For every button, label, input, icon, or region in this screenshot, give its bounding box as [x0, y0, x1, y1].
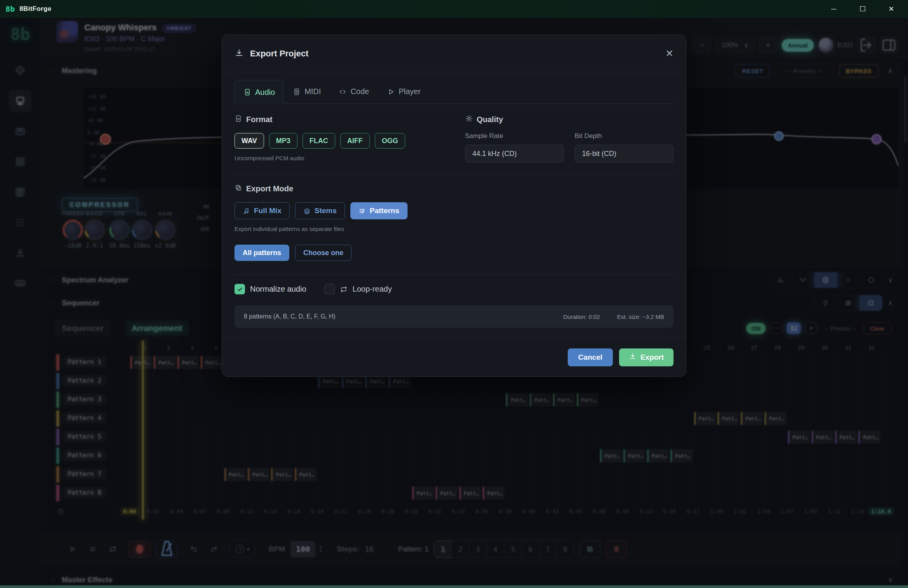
format-option-aiff[interactable]: AIFF: [340, 133, 370, 149]
layers-icon: [303, 207, 311, 215]
tab-label: Player: [399, 87, 421, 96]
file-audio-icon: [234, 115, 242, 124]
tab-label: Audio: [255, 88, 275, 97]
format-option-ogg[interactable]: OGG: [375, 133, 405, 149]
file-midi-icon: [293, 88, 301, 96]
scope-choose-one[interactable]: Choose one: [295, 245, 352, 261]
export-mode-patterns[interactable]: Patterns: [350, 202, 408, 219]
sliders-icon: [359, 207, 366, 215]
bottom-accent-strip: [0, 585, 908, 588]
mode-label: Patterns: [370, 206, 399, 215]
download-icon: [234, 48, 244, 59]
sample-rate-label: Sample Rate: [465, 132, 564, 140]
window-close-button[interactable]: ✕: [885, 5, 897, 13]
export-summary: 8 patterns (A, B, C, D, E, F, G, H) Dura…: [234, 305, 674, 328]
normalize-checkbox[interactable]: [234, 284, 245, 294]
sample-rate-select[interactable]: 44.1 kHz (CD): [465, 145, 564, 163]
app-logo: 8b: [5, 4, 15, 14]
titlebar: 8b 8BitForge ─ ☐ ✕: [0, 0, 908, 18]
export-mode-section-title: Export Mode: [246, 184, 293, 193]
summary-size: Est. size: ~3.2 MB: [617, 313, 664, 320]
modal-close-button[interactable]: ✕: [665, 48, 674, 59]
code-icon: [339, 88, 346, 96]
quality-section-title: Quality: [477, 115, 503, 124]
play-outline-icon: [387, 88, 395, 96]
note-icon: [243, 207, 250, 215]
gear-icon: [465, 115, 473, 124]
tab-label: Code: [350, 87, 369, 96]
tab-audio[interactable]: Audio: [234, 80, 284, 104]
loop-ready-checkbox[interactable]: [324, 284, 335, 294]
cancel-button[interactable]: Cancel: [568, 348, 613, 366]
loop-ready-label: Loop-ready: [353, 285, 392, 294]
app-area: 8b Canopy Whispers AMBIENT IOII3 · 100 B…: [0, 18, 908, 588]
loop-icon: [340, 285, 348, 293]
tab-player[interactable]: Player: [378, 79, 430, 103]
summary-patterns: 8 patterns (A, B, C, D, E, F, G, H): [244, 313, 336, 320]
format-caption: Uncompressed PCM audio: [234, 155, 465, 161]
summary-duration: Duration: 0:02: [563, 313, 600, 320]
tab-midi[interactable]: MIDI: [284, 79, 330, 103]
format-section-title: Format: [246, 115, 273, 124]
export-mode-caption: Export individual patterns as separate f…: [234, 226, 674, 232]
normalize-label: Normalize audio: [250, 285, 306, 294]
window-maximize-button[interactable]: ☐: [857, 5, 868, 13]
mode-label: Stems: [315, 206, 337, 215]
bit-depth-select[interactable]: 16-bit (CD): [575, 145, 674, 163]
bit-depth-label: Bit Depth: [575, 132, 674, 140]
copy-icon: [234, 184, 242, 194]
modal-title: Export Project: [250, 49, 308, 59]
export-button[interactable]: Export: [619, 348, 674, 366]
format-option-flac[interactable]: FLAC: [303, 133, 335, 149]
mode-label: Full Mix: [254, 206, 282, 215]
download-icon: [629, 352, 637, 362]
export-mode-stems[interactable]: Stems: [295, 202, 345, 219]
app-title: 8BitForge: [19, 5, 51, 13]
export-mode-full-mix[interactable]: Full Mix: [234, 202, 290, 219]
scope-all-patterns[interactable]: All patterns: [234, 245, 289, 261]
window-minimize-button[interactable]: ─: [828, 5, 840, 13]
tab-label: MIDI: [304, 87, 321, 96]
format-option-mp3[interactable]: MP3: [269, 133, 297, 149]
tab-code[interactable]: Code: [330, 79, 378, 103]
loop-ready-option[interactable]: Loop-ready: [324, 284, 392, 294]
screen: 8b 8BitForge ─ ☐ ✕ 8b Canopy Whispers AM…: [0, 0, 908, 588]
export-modal: Export Project ✕ AudioMIDICodePlayer For…: [222, 35, 686, 377]
normalize-audio-option[interactable]: Normalize audio: [234, 284, 306, 294]
file-audio-icon: [243, 88, 251, 96]
format-option-wav[interactable]: WAV: [234, 133, 264, 149]
